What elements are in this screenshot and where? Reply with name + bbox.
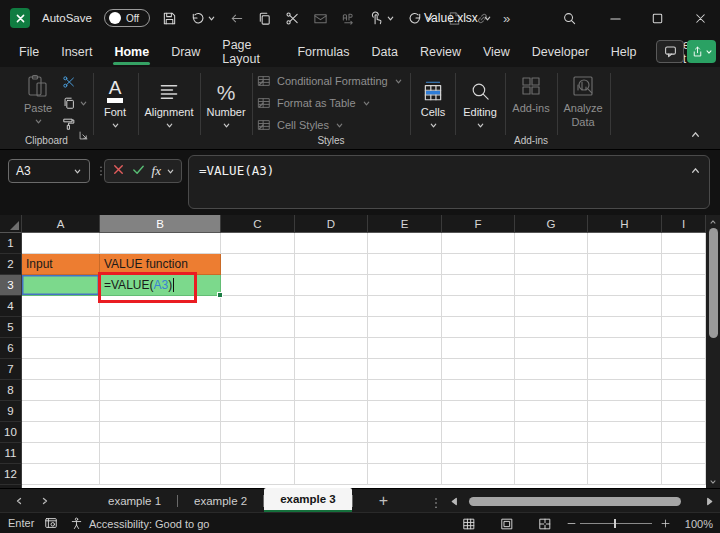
cell-D5[interactable] (295, 317, 368, 338)
cell-F6[interactable] (442, 338, 515, 359)
row-header-7[interactable]: 7 (0, 359, 22, 380)
cell-E10[interactable] (368, 422, 442, 443)
cell-B1[interactable] (100, 233, 221, 254)
cell-H12[interactable] (588, 464, 662, 485)
cell-G2[interactable] (515, 254, 588, 275)
cell-G5[interactable] (515, 317, 588, 338)
formula-input[interactable]: =VALUE(A3) (188, 155, 710, 209)
touch-mode-button[interactable] (369, 11, 395, 26)
scroll-left-icon[interactable] (450, 497, 459, 506)
cell-A1[interactable] (22, 233, 100, 254)
cell-E2[interactable] (368, 254, 442, 275)
cell-I9[interactable] (662, 401, 706, 422)
cell-F3[interactable] (442, 275, 515, 296)
zoom-slider-handle[interactable] (614, 519, 616, 528)
cell-G10[interactable] (515, 422, 588, 443)
tab-page-layout[interactable]: Page Layout (211, 36, 286, 67)
cell-I2[interactable] (662, 254, 706, 275)
cell-A4[interactable] (22, 296, 100, 317)
cell-A5[interactable] (22, 317, 100, 338)
tab-insert[interactable]: Insert (50, 36, 103, 67)
row-header-1[interactable]: 1 (0, 233, 22, 254)
cell-E11[interactable] (368, 443, 442, 464)
row-header-8[interactable]: 8 (0, 380, 22, 401)
cell-G7[interactable] (515, 359, 588, 380)
cell-C5[interactable] (221, 317, 295, 338)
close-button[interactable] (680, 0, 720, 36)
zoom-level[interactable]: 100% (685, 513, 713, 533)
tab-formulas[interactable]: Formulas (286, 36, 360, 67)
column-header-E[interactable]: E (368, 215, 442, 233)
cell-G9[interactable] (515, 401, 588, 422)
cell-H2[interactable] (588, 254, 662, 275)
cell-B12[interactable] (100, 464, 221, 485)
clipboard-dialog-launcher[interactable] (78, 127, 89, 145)
cell-B9[interactable] (100, 401, 221, 422)
next-sheet-icon[interactable] (40, 496, 50, 506)
cell-B7[interactable] (100, 359, 221, 380)
autosave-toggle[interactable]: Off (104, 9, 150, 27)
cancel-button[interactable] (111, 162, 126, 181)
cell-E4[interactable] (368, 296, 442, 317)
undo-button[interactable] (190, 11, 216, 26)
search-button[interactable] (552, 0, 586, 36)
cell-F12[interactable] (442, 464, 515, 485)
cell-B5[interactable] (100, 317, 221, 338)
accessibility-status[interactable]: Accessibility: Good to go (70, 513, 209, 533)
cell-A12[interactable] (22, 464, 100, 485)
cell-F10[interactable] (442, 422, 515, 443)
cell-E9[interactable] (368, 401, 442, 422)
maximize-button[interactable] (638, 0, 676, 36)
cell-H4[interactable] (588, 296, 662, 317)
cell-H6[interactable] (588, 338, 662, 359)
cell-E1[interactable] (368, 233, 442, 254)
horizontal-scrollbar[interactable] (450, 489, 714, 513)
cell-F8[interactable] (442, 380, 515, 401)
paste-button[interactable]: Paste (16, 73, 60, 126)
cell-A2[interactable]: Input (22, 254, 100, 275)
cell-I5[interactable] (662, 317, 706, 338)
column-header-H[interactable]: H (588, 215, 662, 233)
copy-button[interactable] (257, 11, 272, 26)
cell-A9[interactable] (22, 401, 100, 422)
select-all-button[interactable] (0, 215, 22, 233)
cell-C1[interactable] (221, 233, 295, 254)
tab-view[interactable]: View (472, 36, 521, 67)
row-header-2[interactable]: 2 (0, 254, 22, 275)
cell-F7[interactable] (442, 359, 515, 380)
cell-G3[interactable] (515, 275, 588, 296)
row-header-10[interactable]: 10 (0, 422, 22, 443)
row-header-11[interactable]: 11 (0, 443, 22, 464)
cell-D2[interactable] (295, 254, 368, 275)
column-header-G[interactable]: G (515, 215, 588, 233)
cell-D3[interactable] (295, 275, 368, 296)
scroll-up-icon[interactable] (706, 215, 720, 228)
cell-E6[interactable] (368, 338, 442, 359)
cell-E5[interactable] (368, 317, 442, 338)
column-header-A[interactable]: A (22, 215, 100, 233)
cells-group-button[interactable]: Cells (411, 73, 455, 130)
cell-I4[interactable] (662, 296, 706, 317)
cell-F4[interactable] (442, 296, 515, 317)
column-header-D[interactable]: D (295, 215, 368, 233)
alignment-group-button[interactable]: Alignment (138, 73, 200, 130)
cell-I11[interactable] (662, 443, 706, 464)
fill-handle[interactable] (217, 292, 223, 298)
cell-A8[interactable] (22, 380, 100, 401)
name-box[interactable]: A3 (8, 159, 90, 183)
cell-D11[interactable] (295, 443, 368, 464)
cut-ribbon-button[interactable] (62, 75, 76, 89)
horizontal-scroll-track[interactable] (465, 489, 699, 513)
number-group-button[interactable]: % Number (200, 73, 252, 130)
sheet-tab-example-1[interactable]: example 1 (92, 489, 177, 512)
document-title[interactable]: Value.xlsx (424, 0, 492, 36)
vertical-scrollbar[interactable] (706, 215, 720, 488)
cell-C3[interactable] (221, 275, 295, 296)
cell-F1[interactable] (442, 233, 515, 254)
cell-C10[interactable] (221, 422, 295, 443)
minimize-button[interactable] (596, 0, 634, 36)
cell-C9[interactable] (221, 401, 295, 422)
insert-function-button[interactable]: fx (152, 163, 161, 179)
cell-G11[interactable] (515, 443, 588, 464)
horizontal-scroll-thumb[interactable] (469, 497, 681, 506)
